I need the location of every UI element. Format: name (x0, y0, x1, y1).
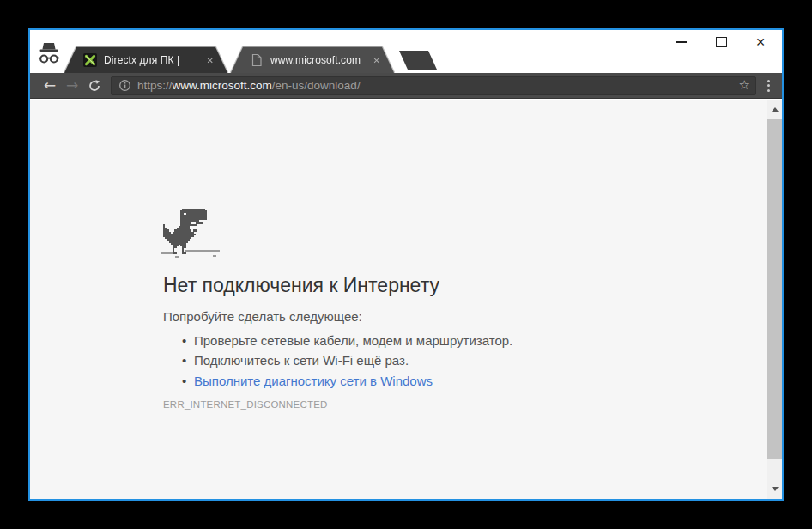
directx-favicon-icon (83, 53, 97, 67)
browser-window: ✕ Directx для ПК | ✕ (28, 28, 784, 501)
network-diagnostics-link[interactable]: Выполните диагностику сети в Windows (194, 374, 433, 388)
scroll-up-arrow-icon[interactable] (772, 107, 779, 112)
window-controls: ✕ (662, 32, 780, 52)
new-tab-button[interactable] (399, 51, 437, 70)
offline-error-block: Нет подключения к Интернету Попробуйте с… (163, 209, 644, 410)
tab-close-icon[interactable]: ✕ (207, 56, 214, 65)
scrollbar-thumb[interactable] (767, 119, 782, 459)
ground-line (185, 250, 220, 252)
ground-line (175, 256, 179, 258)
minimize-button[interactable] (662, 32, 701, 52)
close-window-button[interactable]: ✕ (741, 32, 780, 52)
url-scheme: https:// (137, 79, 173, 92)
forward-button[interactable]: → (61, 78, 83, 93)
ground-line (213, 255, 216, 257)
suggestion-item: Подключитесь к сети Wi-Fi ещё раз. (163, 350, 644, 370)
error-code: ERR_INTERNET_DISCONNECTED (163, 399, 644, 410)
maximize-icon (716, 37, 727, 47)
tab-microsoft[interactable]: www.microsoft.com ✕ (231, 47, 394, 73)
scroll-down-arrow-icon[interactable] (772, 487, 779, 491)
menu-icon[interactable] (761, 80, 775, 92)
suggestion-item: Выполните диагностику сети в Windows (163, 371, 644, 391)
tab-title: www.microsoft.com (270, 54, 365, 66)
ground-line (161, 252, 173, 254)
dino-icon (163, 209, 232, 258)
back-button[interactable]: ← (39, 78, 61, 93)
bookmark-star-icon[interactable]: ☆ (739, 79, 750, 92)
error-heading: Нет подключения к Интернету (163, 272, 644, 298)
tab-title: Directx для ПК | (104, 54, 198, 66)
url-host: www.microsoft.com (173, 79, 272, 92)
maximize-button[interactable] (701, 32, 741, 52)
suggestion-list: Проверьте сетевые кабели, модем и маршру… (163, 331, 644, 391)
tab-close-icon[interactable]: ✕ (373, 56, 380, 65)
reload-button[interactable] (83, 78, 106, 94)
url-path: /en-us/download/ (272, 79, 361, 92)
titlebar[interactable]: ✕ Directx для ПК | ✕ (30, 30, 782, 73)
incognito-icon (34, 40, 64, 68)
page-favicon-icon (250, 53, 264, 67)
minimize-icon (676, 41, 687, 43)
close-window-icon: ✕ (755, 36, 766, 48)
scrollbar[interactable] (767, 100, 782, 499)
error-subheading: Попробуйте сделать следующее: (163, 308, 644, 325)
url-text[interactable]: https://www.microsoft.com/en-us/download… (137, 79, 739, 92)
page-info-icon[interactable] (118, 79, 131, 92)
page-content: Нет подключения к Интернету Попробуйте с… (30, 100, 782, 499)
tab-directx[interactable]: Directx для ПК | ✕ (64, 47, 227, 73)
toolbar: ← → https://www.microsoft.com/en-us/down… (30, 73, 782, 99)
reload-icon (88, 79, 101, 93)
address-bar[interactable]: https://www.microsoft.com/en-us/download… (111, 76, 756, 95)
suggestion-item: Проверьте сетевые кабели, модем и маршру… (163, 331, 644, 350)
